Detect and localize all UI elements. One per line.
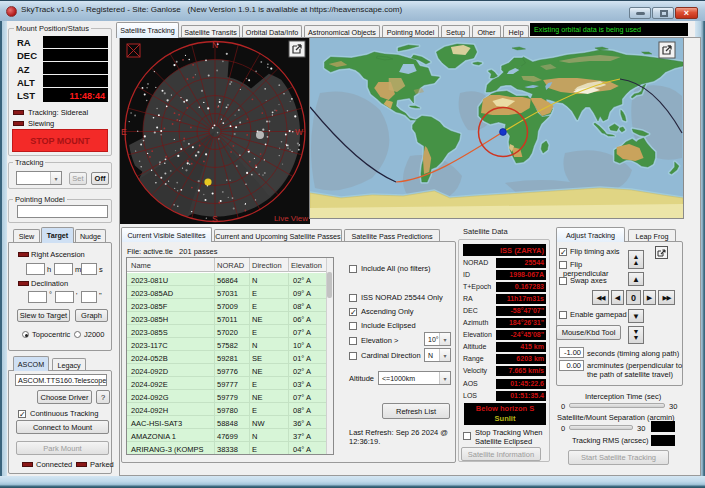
svg-text:S: S: [212, 214, 218, 224]
svg-text:N: N: [212, 40, 218, 50]
svg-text:W: W: [295, 127, 303, 137]
svg-text:Live View: Live View: [274, 214, 308, 223]
svg-text:E: E: [121, 127, 127, 137]
